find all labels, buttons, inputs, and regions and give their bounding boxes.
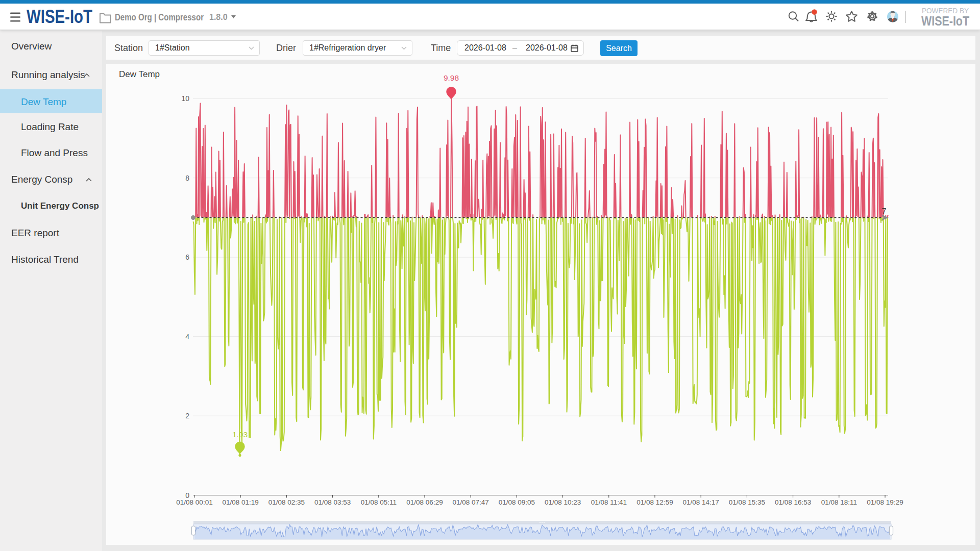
svg-text:01/08 14:17: 01/08 14:17 [683, 498, 719, 506]
svg-text:01/08 11:41: 01/08 11:41 [591, 498, 627, 506]
svg-text:01/08 03:53: 01/08 03:53 [314, 498, 351, 506]
svg-text:6: 6 [185, 253, 189, 261]
svg-text:01/08 16:53: 01/08 16:53 [775, 498, 811, 506]
svg-text:01/08 10:23: 01/08 10:23 [545, 498, 581, 506]
svg-text:8: 8 [185, 174, 189, 182]
svg-text:7: 7 [882, 207, 887, 216]
svg-text:1.8.0: 1.8.0 [209, 13, 228, 21]
svg-text:2: 2 [185, 412, 189, 420]
svg-text:01/08 07:47: 01/08 07:47 [453, 498, 489, 506]
svg-text:01/08 06:29: 01/08 06:29 [406, 498, 443, 506]
svg-text:01/08 02:35: 01/08 02:35 [268, 498, 305, 506]
svg-text:1.03: 1.03 [232, 430, 248, 439]
svg-text:01/08 12:59: 01/08 12:59 [636, 498, 673, 506]
svg-text:WISE-IoT: WISE-IoT [27, 6, 92, 27]
svg-text:01/08 18:11: 01/08 18:11 [821, 498, 857, 506]
svg-text:9.98: 9.98 [444, 73, 459, 82]
svg-text:4: 4 [185, 333, 189, 341]
svg-text:01/08 01:19: 01/08 01:19 [223, 498, 259, 506]
svg-text:01/08 19:29: 01/08 19:29 [867, 498, 903, 506]
svg-text:01/08 05:11: 01/08 05:11 [361, 498, 397, 506]
svg-text:10: 10 [181, 94, 189, 103]
svg-text:01/08 15:35: 01/08 15:35 [729, 498, 765, 506]
svg-text:01/08 09:05: 01/08 09:05 [499, 498, 535, 506]
svg-text:WISE-IoT: WISE-IoT [921, 13, 969, 29]
svg-text:01/08 00:01: 01/08 00:01 [176, 498, 212, 506]
svg-text:Demo Org | Compressor: Demo Org | Compressor [115, 12, 204, 22]
